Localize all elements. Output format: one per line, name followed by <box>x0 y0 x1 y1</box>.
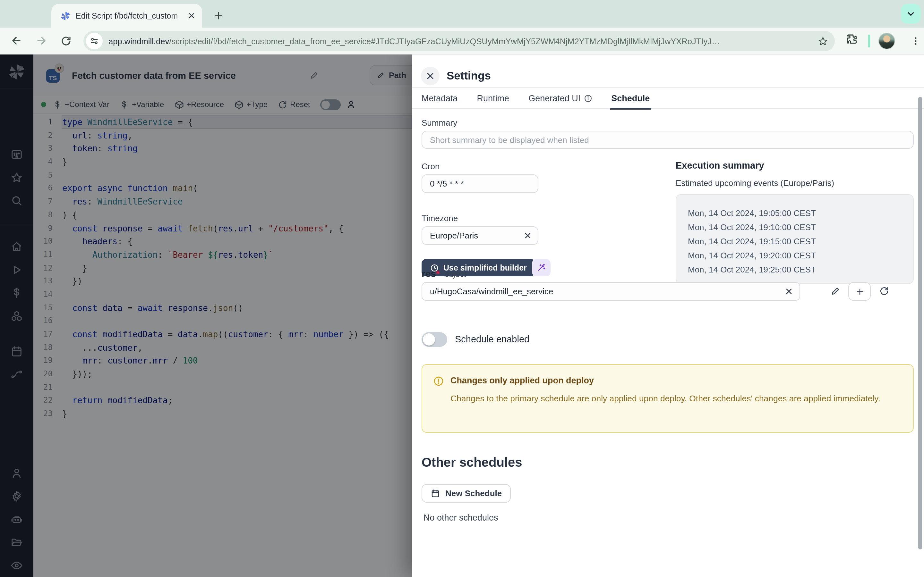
deploy-warning-box: Changes only applied upon deploy Changes… <box>422 364 914 433</box>
tab-schedule[interactable]: Schedule <box>611 87 650 109</box>
settings-drawer: Settings MetadataRuntimeGenerated UISche… <box>412 55 924 577</box>
summary-label: Summary <box>422 118 457 127</box>
res-refresh-icon[interactable] <box>879 286 889 296</box>
no-other-schedules-text: No other schedules <box>423 513 498 522</box>
kebab-menu-icon[interactable] <box>907 33 924 49</box>
tab-title: Edit Script f/bd/fetch_custom <box>76 11 186 20</box>
schedule-enabled-label: Schedule enabled <box>455 334 529 344</box>
settings-body: Summary Cron Timezone Use simplified bui… <box>412 109 924 577</box>
calendar-icon <box>431 488 440 498</box>
execution-summary-subheading: Estimated upcoming events (Europe/Paris) <box>676 178 834 188</box>
forward-icon <box>30 30 52 52</box>
new-schedule-button[interactable]: New Schedule <box>422 484 511 503</box>
schedule-enabled-toggle[interactable] <box>422 332 447 347</box>
upcoming-event: Mon, 14 Oct 2024, 19:20:00 CEST <box>688 249 913 263</box>
tab-strip: Edit Script f/bd/fetch_custom <box>0 0 924 27</box>
new-schedule-label: New Schedule <box>445 488 502 498</box>
browser-window: Edit Script f/bd/fetch_custom <box>0 0 924 577</box>
bookmark-star-icon[interactable] <box>817 35 829 47</box>
required-asterisk: * <box>436 268 440 279</box>
timezone-input[interactable] <box>422 226 538 245</box>
app-workarea: TS Fetch customer data from EE service P… <box>0 55 924 577</box>
toolbar-divider <box>868 35 870 47</box>
windmill-favicon-icon <box>60 11 71 21</box>
info-icon <box>583 94 592 102</box>
timezone-label: Timezone <box>422 213 458 223</box>
res-arg-name: res <box>422 268 436 279</box>
tab-runtime[interactable]: Runtime <box>477 87 509 109</box>
res-edit-pencil-icon[interactable] <box>830 286 841 296</box>
res-arg-label-row: res*object <box>422 268 742 279</box>
res-arg-type: object <box>445 270 467 279</box>
drawer-close-button[interactable] <box>421 67 439 85</box>
site-settings-icon[interactable] <box>86 33 103 49</box>
warning-body: Changes to the primary schedule are only… <box>451 392 893 405</box>
tab-label: Runtime <box>477 93 509 103</box>
url-bar[interactable]: app.windmill.dev/scripts/edit/f/bd/fetch… <box>83 31 835 51</box>
browser-navbar: app.windmill.dev/scripts/edit/f/bd/fetch… <box>0 27 924 55</box>
other-schedules-heading: Other schedules <box>422 455 522 470</box>
tab-metadata[interactable]: Metadata <box>422 87 458 109</box>
upcoming-event: Mon, 14 Oct 2024, 19:15:00 CEST <box>688 235 913 249</box>
drawer-backdrop[interactable] <box>0 55 412 577</box>
chevron-down-icon <box>906 9 916 19</box>
drawer-scrollbar[interactable] <box>918 97 922 550</box>
warning-title: Changes only applied upon deploy <box>451 376 594 385</box>
tab-label: Schedule <box>611 93 650 103</box>
drawer-title: Settings <box>447 69 491 83</box>
reload-icon[interactable] <box>55 30 77 52</box>
execution-summary-heading: Execution summary <box>676 160 764 171</box>
res-add-button[interactable] <box>848 282 871 301</box>
res-clear-icon[interactable] <box>783 286 795 297</box>
window-chevron-button[interactable] <box>901 4 921 24</box>
res-resource-input[interactable] <box>422 282 800 301</box>
upcoming-event: Mon, 14 Oct 2024, 19:05:00 CEST <box>688 206 913 221</box>
cron-input[interactable] <box>422 174 538 193</box>
cron-label: Cron <box>422 161 439 171</box>
browser-tab[interactable]: Edit Script f/bd/fetch_custom <box>51 4 202 27</box>
new-tab-icon[interactable] <box>210 8 226 23</box>
url-domain: app.windmill.dev <box>108 36 169 46</box>
back-icon[interactable] <box>5 30 27 52</box>
alert-circle-icon <box>433 376 444 387</box>
plus-icon <box>855 287 864 296</box>
profile-avatar[interactable] <box>879 33 895 49</box>
tab-label: Generated UI <box>528 93 580 103</box>
summary-input[interactable] <box>422 131 914 149</box>
url-path: /scripts/edit/f/bd/fetch_customer_data_f… <box>169 36 720 46</box>
close-icon <box>425 71 435 81</box>
url-text: app.windmill.dev/scripts/edit/f/bd/fetch… <box>108 36 817 46</box>
upcoming-event: Mon, 14 Oct 2024, 19:10:00 CEST <box>688 221 913 235</box>
settings-tabs: MetadataRuntimeGenerated UISchedule <box>412 87 924 109</box>
tab-close-icon[interactable] <box>186 10 197 21</box>
tab-label: Metadata <box>422 93 458 103</box>
tab-generated-ui[interactable]: Generated UI <box>528 87 592 109</box>
extensions-puzzle-icon[interactable] <box>846 33 858 45</box>
timezone-clear-icon[interactable] <box>522 230 533 241</box>
